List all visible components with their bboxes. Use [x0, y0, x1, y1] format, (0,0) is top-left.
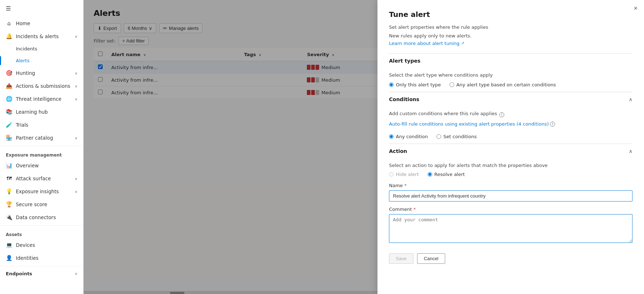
alert-type-radio-group: Only this alert type Any alert type base…	[389, 82, 632, 87]
divider	[0, 266, 83, 266]
identities-icon: 👤	[6, 255, 12, 261]
tune-alert-panel: × Tune alert Set alert properties where …	[377, 0, 644, 294]
insights-icon: 💡	[6, 188, 12, 195]
main-area: Alerts ⬇ Export 6 Months ∨ ✏ Manage aler…	[84, 0, 644, 294]
cancel-button[interactable]: Cancel	[417, 253, 445, 264]
devices-icon: 💻	[6, 242, 12, 248]
chevron-down-icon: ∨	[75, 97, 77, 101]
actions-icon: 📤	[6, 83, 12, 89]
chevron-down-icon: ∨	[75, 71, 77, 75]
sidebar-item-home[interactable]: ⌂ Home	[0, 17, 83, 30]
sidebar-item-incidents-alerts[interactable]: 🔔 Incidents & alerts ∨	[0, 30, 83, 43]
exposure-section-label: Exposure management	[0, 148, 83, 159]
sidebar-item-data-connectors[interactable]: 🔌 Data connectors	[0, 211, 83, 224]
sidebar-item-endpoints[interactable]: Endpoints ∨	[0, 268, 83, 280]
chevron-down-icon: ∨	[75, 84, 77, 88]
sidebar-item-overview[interactable]: 📊 Overview	[0, 159, 83, 172]
sidebar-item-attack-surface[interactable]: 🗺 Attack surface ∨	[0, 172, 83, 185]
score-icon: 🏆	[6, 201, 12, 208]
conditions-title: Conditions	[389, 96, 419, 102]
name-input[interactable]	[389, 190, 632, 202]
comment-field-label: Comment	[389, 207, 632, 212]
radio-any-condition-input[interactable]	[389, 134, 394, 139]
conditions-collapse-icon[interactable]: ∧	[629, 96, 632, 102]
panel-desc-line1: Set alert properties where the rule appl…	[389, 24, 632, 31]
radio-hide-alert[interactable]: Hide alert	[389, 172, 419, 177]
threat-icon: 🌐	[6, 96, 12, 102]
action-collapse-icon[interactable]: ∧	[629, 148, 632, 154]
radio-any-condition[interactable]: Any condition	[389, 134, 428, 139]
close-button[interactable]: ×	[634, 5, 638, 12]
name-field-label: Name	[389, 183, 632, 188]
conditions-desc: Add custom conditions where this rule ap…	[389, 111, 497, 116]
divider	[0, 225, 83, 226]
chevron-down-icon: ∨	[75, 35, 77, 39]
sidebar-item-exposure-insights[interactable]: 💡 Exposure insights ∨	[0, 185, 83, 198]
comment-textarea[interactable]	[389, 214, 632, 243]
radio-any-type[interactable]: Any alert type based on certain conditio…	[450, 82, 556, 87]
overview-icon: 📊	[6, 162, 12, 169]
sidebar-item-partner[interactable]: 🏪 Partner catalog ∨	[0, 131, 83, 144]
sidebar-item-devices[interactable]: 💻 Devices	[0, 239, 83, 252]
chevron-down-icon: ∨	[75, 177, 77, 181]
bell-icon: 🔔	[6, 33, 12, 40]
divider	[0, 146, 83, 146]
info-icon[interactable]: i	[550, 122, 555, 127]
radio-set-conditions[interactable]: Set conditions	[437, 134, 477, 139]
conditions-section-header: Conditions ∧	[389, 92, 632, 107]
radio-any-type-input[interactable]	[450, 82, 454, 87]
radio-hide-alert-input[interactable]	[389, 172, 394, 177]
chevron-down-icon: ∨	[75, 272, 77, 276]
sidebar-item-actions[interactable]: 📤 Actions & submissions ∨	[0, 80, 83, 92]
sidebar-item-secure-score[interactable]: 🏆 Secure score	[0, 198, 83, 211]
alert-type-desc: Select the alert type where conditions a…	[389, 72, 632, 78]
radio-resolve-alert[interactable]: Resolve alert	[428, 172, 465, 177]
comment-field-group: Comment	[389, 207, 632, 249]
alert-types-title: Alert types	[389, 58, 420, 64]
chevron-down-icon: ∨	[75, 190, 77, 194]
panel-title: Tune alert	[389, 10, 632, 19]
partner-icon: 🏪	[6, 135, 12, 141]
conditions-radio-group: Any condition Set conditions	[389, 134, 632, 139]
learn-more-link[interactable]: Learn more about alert tuning ↗	[389, 41, 632, 46]
save-button[interactable]: Save	[389, 253, 413, 264]
alert-types-body: Select the alert type where conditions a…	[389, 72, 632, 90]
alert-types-section-header: Alert types	[389, 53, 632, 68]
connectors-icon: 🔌	[6, 214, 12, 221]
sidebar-item-identities[interactable]: 👤 Identities	[0, 252, 83, 264]
sidebar-item-incidents[interactable]: Incidents	[0, 43, 83, 55]
assets-section-label: Assets	[0, 227, 83, 239]
radio-resolve-alert-input[interactable]	[428, 172, 432, 177]
learning-icon: 📚	[6, 109, 12, 115]
action-radio-group: Hide alert Resolve alert	[389, 172, 632, 177]
sidebar: ☰ ⌂ Home 🔔 Incidents & alerts ∨ Incident…	[0, 0, 84, 294]
action-body: Select an action to apply for alerts tha…	[389, 163, 632, 249]
sidebar-item-hunting[interactable]: 🎯 Hunting ∨	[0, 67, 83, 80]
home-icon: ⌂	[6, 20, 12, 27]
hamburger-icon[interactable]: ☰	[0, 0, 83, 17]
external-link-icon: ↗	[461, 41, 464, 46]
sidebar-item-trials[interactable]: 🧪 Trials	[0, 118, 83, 131]
action-desc: Select an action to apply for alerts tha…	[389, 163, 632, 168]
name-field-group: Name	[389, 183, 632, 207]
auto-fill-link[interactable]: Auto-fill rule conditions using existing…	[389, 121, 555, 127]
action-title: Action	[389, 148, 407, 154]
sidebar-item-alerts[interactable]: Alerts	[0, 55, 83, 67]
radio-only-this[interactable]: Only this alert type	[389, 82, 441, 87]
panel-footer: Save Cancel	[389, 253, 632, 264]
info-icon[interactable]: i	[499, 112, 504, 117]
sidebar-item-threat[interactable]: 🌐 Threat intelligence ∨	[0, 92, 83, 105]
radio-only-this-input[interactable]	[389, 82, 394, 87]
attack-icon: 🗺	[6, 175, 12, 182]
sidebar-item-learning[interactable]: 📚 Learning hub	[0, 105, 83, 118]
chevron-down-icon: ∨	[75, 136, 77, 140]
action-section-header: Action ∧	[389, 144, 632, 158]
conditions-body: Add custom conditions where this rule ap…	[389, 111, 632, 142]
trials-icon: 🧪	[6, 122, 12, 128]
hunting-icon: 🎯	[6, 70, 12, 76]
radio-set-conditions-input[interactable]	[437, 134, 441, 139]
panel-desc-line2: New rules apply only to new alerts.	[389, 32, 632, 40]
panel-overlay: × Tune alert Set alert properties where …	[84, 0, 644, 294]
